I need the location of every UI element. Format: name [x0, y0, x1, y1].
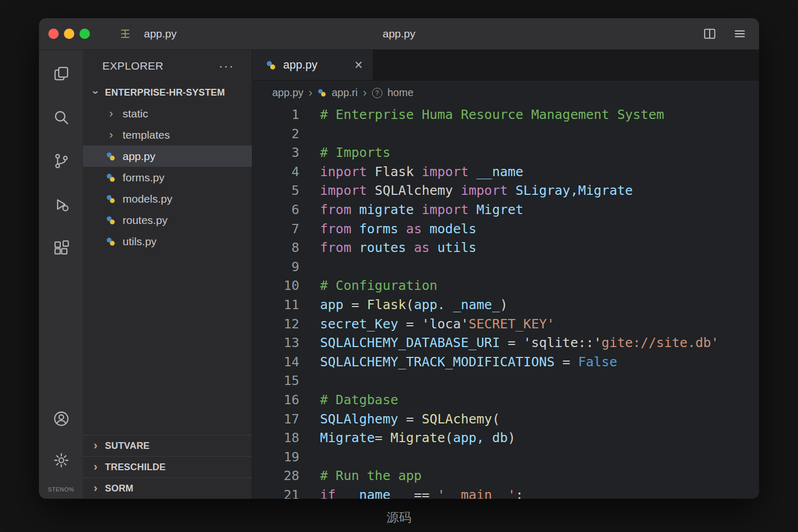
code-line: 5import SQLAlchemy import SLigray,Migrat… — [252, 181, 759, 201]
chevron-down-icon: › — [90, 88, 101, 97]
chevron-right-icon: › — [91, 461, 100, 473]
tree-item-label: templates — [123, 129, 170, 141]
breadcrumb-item-file[interactable]: app.py — [272, 87, 303, 99]
code-text: # Datgbase — [299, 391, 398, 410]
code-line: 11app = Flask(app. _name_) — [252, 296, 759, 315]
line-number: 5 — [252, 181, 299, 201]
code-text: SQLALCHEMY_TRACK_MODIFICATIONS = False — [299, 353, 617, 372]
code-text: # Run the app — [299, 467, 422, 486]
menu-icon[interactable] — [733, 27, 747, 41]
chevron-right-icon: › — [309, 86, 312, 100]
sidebar-section-sorm[interactable]: ›SORM — [83, 477, 252, 499]
editor-group: app.py × app.py › app.ri › ? home 1# E — [252, 50, 759, 499]
tree-file-models.py[interactable]: models.py — [83, 188, 252, 209]
account-icon[interactable] — [46, 399, 77, 438]
tree-item-label: static — [123, 108, 148, 120]
code-text: from routes as utils — [299, 238, 476, 258]
titlebar-actions — [703, 27, 747, 41]
code-line: 4inport Flask import __name — [252, 163, 759, 182]
code-text — [299, 125, 320, 144]
line-number: 3 — [252, 143, 299, 163]
tree-file-routes.py[interactable]: routes.py — [83, 209, 252, 231]
line-number: 19 — [252, 448, 299, 467]
root-folder-label: ENTERPRISE-HR-SYSTEM — [105, 87, 225, 98]
tree-folder-templates[interactable]: ›templates — [83, 124, 252, 145]
close-tab-icon[interactable]: × — [354, 58, 363, 72]
tree-file-forms.py[interactable]: forms.py — [83, 167, 252, 188]
line-number: 13 — [252, 334, 299, 353]
zoom-window-button[interactable] — [79, 29, 90, 39]
section-label: SUTVARE — [105, 441, 150, 451]
line-number: 9 — [252, 258, 299, 277]
code-line: 18Migrate= Migrate(app, db) — [252, 429, 759, 448]
symbol-icon: ? — [372, 88, 382, 98]
tree-item-label: routes.py — [123, 214, 167, 227]
activity-bar-footer-label: STENO% — [48, 480, 74, 499]
python-file-icon — [106, 237, 115, 246]
line-number: 21 — [252, 486, 299, 499]
line-number: 7 — [252, 220, 299, 239]
chevron-right-icon: › — [107, 129, 115, 141]
titlebar-file-name: app.py — [144, 28, 177, 40]
line-number: 2 — [252, 125, 299, 144]
run-debug-icon[interactable] — [46, 183, 77, 227]
code-line: 14SQLALCHEMY_TRACK_MODIFICATIONS = False — [252, 353, 759, 372]
line-number: 17 — [252, 410, 299, 429]
code-line: 8from routes as utils — [252, 238, 759, 258]
tab-label: app.py — [283, 58, 317, 72]
tree-item-label: models.py — [123, 193, 172, 205]
line-number: 15 — [252, 371, 299, 391]
breadcrumb-item-symbol[interactable]: home — [388, 87, 414, 99]
code-line: 16# Datgbase — [252, 391, 759, 410]
activity-bar: STENO% — [39, 50, 83, 499]
code-text: import SQLAlchemy import SLigray,Migrate — [299, 181, 633, 201]
tree-item-label: app.py — [123, 150, 155, 163]
line-number: 11 — [252, 296, 299, 315]
split-editor-icon[interactable] — [703, 27, 716, 41]
tree-folder-static[interactable]: ›static — [83, 103, 252, 124]
close-window-button[interactable] — [48, 29, 59, 39]
extensions-icon[interactable] — [46, 227, 77, 270]
file-tree: ›static›templatesapp.pyforms.pymodels.py… — [83, 103, 252, 252]
explorer-sidebar: EXPLORER ··· › ENTERPRISE-HR-SYSTEM ›sta… — [83, 50, 252, 499]
minimize-window-button[interactable] — [64, 29, 74, 39]
section-label: SORM — [105, 483, 134, 494]
code-area[interactable]: 1# Enterprise Huma Resource Management S… — [252, 105, 759, 499]
code-line: 12secret_Key = 'loca'SECRET_KEY' — [252, 315, 759, 334]
code-line: 17SQLAlghemy = SQLAchemy( — [252, 410, 759, 429]
code-line: 28# Run the app — [252, 467, 759, 486]
code-text: inport Flask import __name — [299, 163, 523, 182]
window-title: app.py — [382, 28, 415, 40]
python-file-icon — [266, 60, 276, 70]
watermark-text: 源码 — [0, 509, 798, 526]
code-text: # Configuration — [299, 276, 437, 296]
tree-file-app.py[interactable]: app.py — [83, 145, 252, 167]
explorer-icon[interactable] — [46, 52, 77, 96]
breadcrumb-item-module[interactable]: app.ri — [331, 87, 357, 99]
line-number: 28 — [252, 467, 299, 486]
app-window: app.py app.py — [39, 18, 759, 499]
tab-app-py[interactable]: app.py × — [252, 50, 374, 80]
section-label: TRESCHILDE — [105, 462, 166, 473]
code-line: 9 — [252, 258, 759, 277]
chevron-right-icon: › — [107, 108, 115, 119]
tree-item-label: utils.py — [123, 235, 156, 248]
code-text: from forms as models — [299, 220, 476, 239]
more-actions-icon[interactable]: ··· — [219, 59, 234, 73]
tree-root-enterprise-hr-system[interactable]: › ENTERPRISE-HR-SYSTEM — [83, 82, 252, 103]
code-text: # Imports — [299, 143, 390, 163]
sidebar-section-treschilde[interactable]: ›TRESCHILDE — [83, 456, 252, 477]
code-text — [299, 448, 320, 467]
settings-gear-icon[interactable] — [46, 441, 77, 480]
code-text: Migrate= Migrate(app, db) — [299, 429, 515, 448]
code-line: 21if __name__ == '__main__': — [252, 486, 759, 499]
line-number: 1 — [252, 105, 299, 125]
search-icon[interactable] — [46, 96, 77, 139]
sidebar-section-sutvare[interactable]: ›SUTVARE — [83, 435, 252, 456]
tree-file-utils.py[interactable]: utils.py — [83, 231, 252, 252]
line-number: 4 — [252, 163, 299, 182]
line-number: 10 — [252, 276, 299, 296]
line-number: 8 — [252, 238, 299, 258]
sidebar-sections: ›SUTVARE›TRESCHILDE›SORM — [83, 435, 252, 499]
source-control-icon[interactable] — [46, 139, 77, 183]
